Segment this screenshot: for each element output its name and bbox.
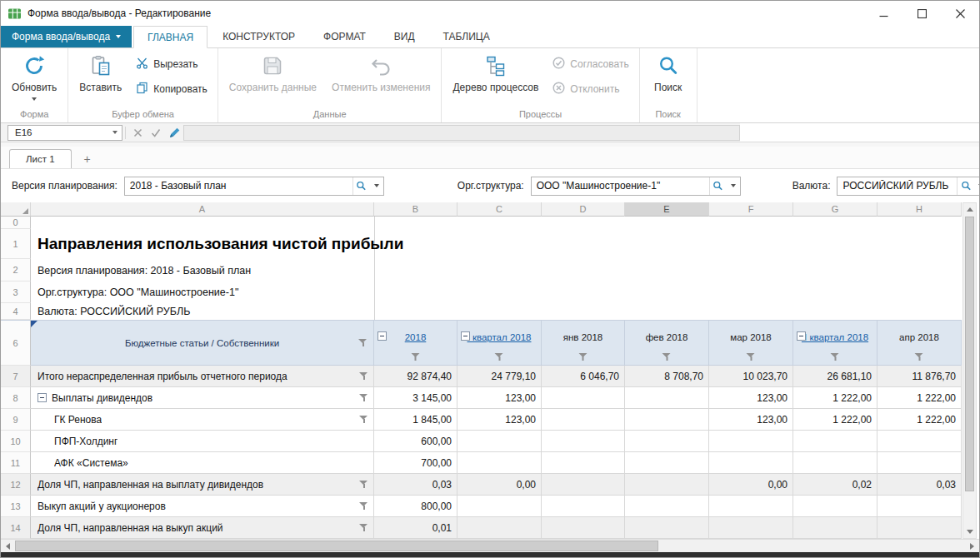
meta-cell[interactable]: Версия планирования: 2018 - Базовый план [31, 259, 962, 281]
column-header-a[interactable]: A [31, 202, 374, 217]
value-cell[interactable]: 800,00 [374, 496, 458, 517]
value-cell[interactable]: 1 845,00 [374, 409, 458, 431]
value-cell[interactable] [542, 517, 625, 539]
header-cell-items[interactable]: Бюджетные статьи / Собственники [31, 320, 374, 366]
value-cell[interactable] [542, 474, 625, 496]
column-header-c[interactable]: C [458, 202, 542, 217]
value-cell[interactable]: 0,01 [374, 517, 458, 539]
row-header[interactable]: 11 [1, 452, 31, 474]
value-cell[interactable]: 123,00 [709, 387, 793, 409]
filter-funnel-icon[interactable] [358, 339, 368, 347]
filter-funnel-icon[interactable] [411, 353, 420, 361]
maximize-button[interactable] [902, 1, 941, 26]
chevron-down-icon[interactable] [370, 184, 383, 187]
value-cell[interactable] [625, 387, 709, 409]
filter-funnel-icon[interactable] [359, 502, 368, 511]
row-label-cell[interactable]: АФК «Система» [31, 452, 374, 474]
tab-tablitsa[interactable]: ТАБЛИЦА [430, 26, 503, 47]
row-header[interactable]: 10 [1, 431, 31, 452]
collapse-toggle[interactable] [378, 331, 387, 341]
value-cell[interactable] [709, 452, 793, 474]
search-button[interactable]: Поиск [644, 51, 692, 97]
formula-edit-icon[interactable] [165, 125, 183, 141]
value-cell[interactable] [709, 517, 793, 539]
value-cell[interactable] [458, 517, 542, 539]
process-tree-button[interactable]: Дерево процессов [446, 51, 545, 97]
version-combobox[interactable]: 2018 - Базовый план [124, 177, 384, 196]
filter-funnel-icon[interactable] [359, 394, 368, 402]
period-link[interactable]: 2018 [405, 331, 427, 344]
row-header[interactable]: 14 [1, 517, 31, 539]
header-cell-q1-2018[interactable]: I квартал 2018 [458, 320, 542, 366]
filter-funnel-icon[interactable] [747, 353, 756, 361]
filter-funnel-icon[interactable] [495, 353, 504, 361]
collapse-toggle[interactable] [461, 331, 470, 341]
cut-button[interactable]: Вырезать [130, 54, 213, 74]
value-cell[interactable] [878, 517, 962, 539]
scroll-down-arrow[interactable] [963, 526, 976, 538]
header-cell-mar-2018[interactable]: мар 2018 [709, 320, 793, 366]
sheet-tab-list1[interactable]: Лист 1 [9, 149, 72, 168]
row-label-cell[interactable]: ПФП-Холдинг [31, 431, 374, 452]
value-cell[interactable]: 92 874,40 [374, 366, 458, 387]
value-cell[interactable] [625, 409, 709, 431]
value-cell[interactable] [458, 496, 542, 517]
tab-vid[interactable]: ВИД [381, 26, 428, 47]
empty-cell[interactable] [31, 217, 962, 229]
value-cell[interactable]: 123,00 [458, 387, 542, 409]
currency-combobox[interactable]: РОССИЙСКИЙ РУБЛЬ [837, 177, 980, 196]
scroll-left-arrow[interactable] [1, 540, 15, 552]
column-header-e-selected[interactable]: E [625, 202, 709, 217]
value-cell[interactable]: 600,00 [374, 431, 458, 452]
cancel-entry-icon[interactable] [128, 125, 147, 141]
value-cell[interactable] [458, 431, 542, 452]
row-header[interactable]: 2 [1, 259, 31, 281]
value-cell[interactable] [625, 517, 709, 539]
paste-button[interactable]: Вставить [72, 51, 128, 97]
header-cell-apr-2018[interactable]: апр 2018 [878, 320, 962, 366]
row-header[interactable]: 4 [1, 303, 31, 320]
value-cell[interactable]: 1 222,00 [793, 409, 878, 431]
row-header[interactable]: 13 [1, 496, 31, 517]
value-cell[interactable]: 26 681,10 [793, 366, 878, 387]
row-label-cell[interactable]: Доля ЧП, направленная на выплату дивиден… [31, 474, 374, 496]
row-header[interactable]: 1 [1, 229, 31, 259]
value-cell[interactable]: 700,00 [374, 452, 458, 474]
header-cell-jan-2018[interactable]: янв 2018 [542, 320, 625, 366]
value-cell[interactable] [625, 431, 709, 452]
meta-cell[interactable]: Орг.структура: ООО "Машиностроение-1" [31, 281, 962, 303]
value-cell[interactable] [542, 409, 625, 431]
search-icon[interactable] [710, 181, 727, 192]
filter-funnel-icon[interactable] [359, 372, 368, 381]
scroll-right-arrow[interactable] [965, 540, 979, 552]
value-cell[interactable] [542, 452, 625, 474]
meta-cell[interactable]: Валюта: РОССИЙСКИЙ РУБЛЬ [31, 303, 962, 320]
org-combobox[interactable]: ООО "Машиностроение-1" [531, 177, 741, 196]
value-cell[interactable]: 0,02 [793, 474, 878, 496]
vertical-scrollbar[interactable] [962, 202, 977, 539]
horizontal-scrollbar[interactable] [1, 539, 979, 552]
value-cell[interactable] [625, 496, 709, 517]
value-cell[interactable] [793, 496, 878, 517]
row-label-cell[interactable]: Итого нераспределенная прибыль отчетного… [31, 366, 374, 387]
header-cell-2018[interactable]: 2018 [374, 320, 458, 366]
value-cell[interactable]: 11 876,70 [878, 366, 962, 387]
row-header[interactable]: 9 [1, 409, 31, 431]
row-header[interactable]: 6 [1, 320, 31, 366]
horizontal-scroll-thumb[interactable] [15, 541, 658, 551]
copy-button[interactable]: Копировать [130, 79, 213, 99]
value-cell[interactable] [542, 387, 625, 409]
confirm-entry-icon[interactable] [147, 125, 165, 141]
search-icon[interactable] [958, 181, 974, 192]
filter-funnel-icon[interactable] [662, 353, 672, 361]
value-cell[interactable] [458, 452, 542, 474]
minimize-button[interactable] [864, 1, 902, 26]
filter-funnel-icon[interactable] [831, 353, 840, 361]
value-cell[interactable]: 3 145,00 [374, 387, 458, 409]
value-cell[interactable] [878, 496, 962, 517]
value-cell[interactable]: 1 222,00 [878, 387, 962, 409]
row-label-cell[interactable]: Выкуп акций у аукционеров [31, 496, 374, 517]
value-cell[interactable]: 8 708,70 [625, 366, 709, 387]
period-link[interactable]: II квартал 2018 [802, 331, 868, 344]
value-cell[interactable] [878, 452, 962, 474]
